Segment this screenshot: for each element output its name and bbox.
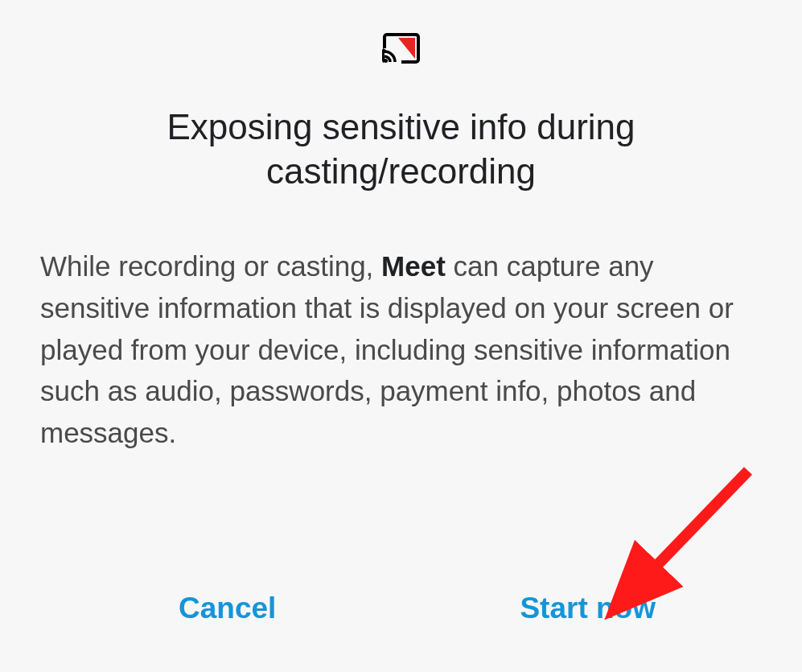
start-now-button[interactable]: Start now: [510, 585, 665, 632]
dialog-button-row: Cancel Start now: [40, 585, 762, 640]
dialog-title: Exposing sensitive info during casting/r…: [40, 105, 762, 193]
dialog-body-app-name: Meet: [381, 250, 446, 282]
dialog-body: While recording or casting, Meet can cap…: [40, 245, 762, 454]
svg-point-3: [384, 59, 388, 63]
dialog-body-before: While recording or casting,: [40, 250, 381, 282]
cancel-button[interactable]: Cancel: [169, 585, 286, 632]
dialog-icon-row: [40, 32, 762, 64]
casting-icon: [382, 32, 421, 64]
casting-permission-dialog: Exposing sensitive info during casting/r…: [0, 0, 802, 672]
